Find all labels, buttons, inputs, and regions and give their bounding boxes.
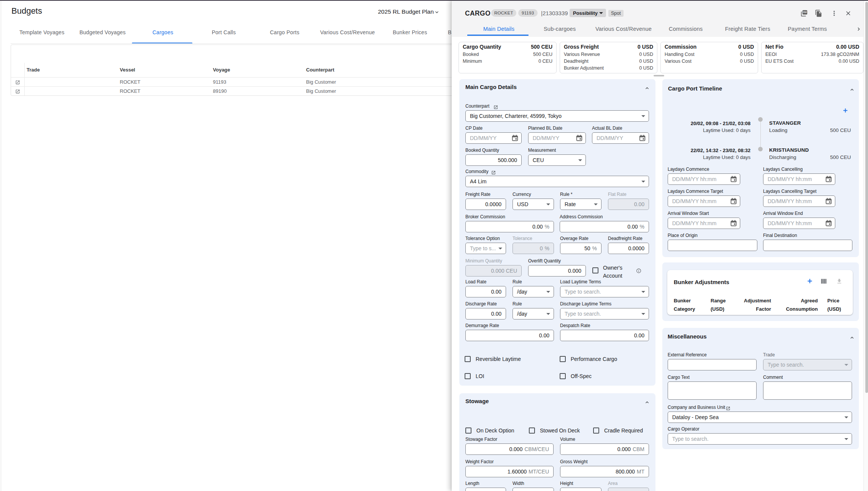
svg-text:PDF: PDF <box>803 11 807 14</box>
